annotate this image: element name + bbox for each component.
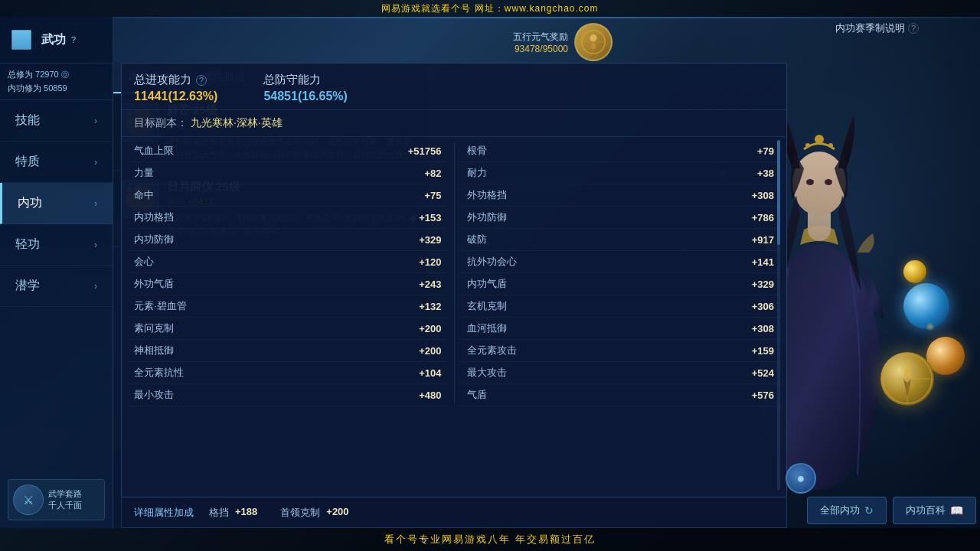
encyclopedia-label: 内功百科	[906, 504, 946, 517]
stat-neigong-qidun: 内功气盾 +329	[461, 273, 781, 295]
attack-question[interactable]: ?	[196, 75, 207, 86]
detail-extra: 格挡 +188 首领克制 +200	[209, 506, 349, 520]
orb-compass	[880, 352, 934, 406]
attack-title: 总进攻能力 ?	[134, 73, 217, 87]
bottom-watermark: 看个号专业网易游戏八年 年交易额过百亿	[0, 528, 980, 551]
char-stats: 总修为 72970 ⓪ 内功修为 50859	[0, 64, 113, 100]
detail-link[interactable]: 详细属性加成	[134, 506, 194, 520]
attack-block: 总进攻能力 ? 11441(12.63%)	[134, 73, 217, 103]
stat-qidun: 气盾 +576	[461, 384, 781, 406]
stat-shenxiang: 神相抵御 +200	[128, 340, 448, 362]
encyclopedia-button[interactable]: 内功百科 📖	[893, 497, 976, 524]
stat-liliang: 力量 +82	[128, 162, 448, 184]
all-inner-button[interactable]: 全部内功 ↻	[807, 497, 887, 524]
defense-value: 54851(16.65%)	[263, 90, 347, 103]
sidebar-item-neigong[interactable]: 内功 ›	[0, 183, 113, 224]
nav-label: 潜学	[15, 278, 40, 294]
detail-stat-value: +200	[326, 506, 348, 520]
target-value: 九光寒林·深林·英雄	[191, 116, 283, 129]
attack-value: 11441(12.63%)	[134, 90, 217, 103]
stat-quanyuansu: 全元素抗性 +104	[128, 362, 448, 384]
inner-power: 内功修为 50859	[8, 82, 105, 96]
svg-point-5	[815, 135, 824, 144]
logo-question[interactable]: ？	[69, 34, 78, 47]
nav-arrow: ›	[94, 198, 97, 209]
nav-arrow: ›	[94, 157, 97, 168]
stats-table: 气血上限 +51756 力量 +82 命中 +75 内功格挡 +153 内功防御	[122, 137, 786, 409]
left-sidebar: 武功 ？ 总修为 72970 ⓪ 内功修为 50859 技能 › 特质 › 内功…	[0, 17, 113, 528]
stat-neigong-gedang: 内功格挡 +153	[128, 207, 448, 229]
sidebar-item-qianxue[interactable]: 潜学 ›	[0, 266, 113, 307]
stat-pofang: 破防 +917	[461, 229, 781, 251]
stat-qixue: 气血上限 +51756	[128, 140, 448, 162]
logo-area: 武功 ？	[0, 17, 113, 64]
attr-panel: 总进攻能力 ? 11441(12.63%) 总防守能力 54851(16.65%…	[121, 63, 787, 497]
five-elements-text: 五行元气奖励 93478/95000	[513, 31, 568, 54]
attr-scrollbar[interactable]	[777, 140, 780, 491]
detail-stat-label: 格挡	[209, 506, 229, 520]
particle-3	[926, 323, 934, 331]
stat-waigong-fangyu: 外功防御 +786	[461, 207, 781, 229]
nav-label: 特质	[15, 154, 40, 170]
orb-blue	[903, 283, 949, 329]
defense-block: 总防守能力 54851(16.65%)	[263, 73, 347, 103]
stat-xuehe: 血河抵御 +308	[461, 318, 781, 340]
attr-header: 总进攻能力 ? 11441(12.63%) 总防守能力 54851(16.65%…	[122, 64, 786, 110]
detail-bar: 详细属性加成 格挡 +188 首领克制 +200	[121, 497, 787, 528]
attr-scroll-thumb	[777, 140, 780, 245]
logo-icon	[2, 21, 41, 60]
stat-xuanji: 玄机克制 +306	[461, 295, 781, 318]
five-elements-area: 五行元气奖励 93478/95000	[513, 23, 651, 61]
top-watermark: 网易游戏就选看个号 网址：www.kangchao.com	[0, 0, 980, 17]
stat-kang-waigong-huixin: 抗外功会心 +141	[461, 251, 781, 273]
suit-area[interactable]: ⚔ 武学套路 千人千面	[8, 479, 105, 520]
stat-max-attack: 最大攻击 +524	[461, 362, 781, 384]
stat-min-attack: 最小攻击 +480	[128, 384, 448, 406]
attr-title-row: 总进攻能力 ? 11441(12.63%) 总防守能力 54851(16.65%…	[134, 73, 774, 103]
stats-col-right: 根骨 +79 耐力 +38 外功格挡 +308 外功防御 +786 破防 +	[455, 140, 787, 406]
logo-text: 武功	[41, 32, 66, 48]
season-question-icon[interactable]: ?	[908, 23, 919, 34]
sidebar-item-qinggong[interactable]: 轻功 ›	[0, 224, 113, 266]
svg-point-3	[806, 179, 814, 185]
scroll-circle-btn[interactable]: ●	[786, 463, 816, 494]
defense-title: 总防守能力	[263, 73, 347, 87]
nav-arrow: ›	[94, 281, 97, 292]
nav-label: 轻功	[15, 236, 40, 253]
sidebar-item-jinou[interactable]: 技能 ›	[0, 100, 113, 142]
svg-point-2	[792, 152, 846, 216]
orb-small	[903, 260, 926, 283]
stat-neigong-fangyu: 内功防御 +329	[128, 229, 448, 251]
suit-icon: ⚔	[13, 484, 44, 515]
target-row: 目标副本： 九光寒林·深林·英雄	[122, 110, 786, 137]
nav-arrow: ›	[94, 240, 97, 250]
detail-stat-shouling: 首领克制 +200	[280, 506, 348, 520]
stat-waigong-gedang: 外功格挡 +308	[461, 184, 781, 207]
stats-col-left: 气血上限 +51756 力量 +82 命中 +75 内功格挡 +153 内功防御	[122, 140, 454, 406]
book-icon: 📖	[950, 504, 963, 517]
detail-stat-value: +188	[235, 506, 257, 520]
inner-season-label: 内功赛季制说明	[835, 21, 905, 35]
stat-huixin: 会心 +120	[128, 251, 448, 273]
inner-season-area: 内功赛季制说明 ?	[835, 21, 919, 35]
detail-stat-gedang: 格挡 +188	[209, 506, 257, 520]
nav-label: 内功	[18, 195, 42, 211]
refresh-icon: ↻	[864, 504, 874, 517]
nav-arrow: ›	[94, 116, 97, 126]
sidebar-item-tezhi[interactable]: 特质 ›	[0, 142, 113, 183]
stat-naili: 耐力 +38	[461, 162, 781, 184]
svg-point-7	[828, 143, 833, 148]
suit-text: 武学套路 千人千面	[48, 488, 82, 512]
stat-suwen: 素问克制 +200	[128, 318, 448, 340]
stat-mingzhong: 命中 +75	[128, 184, 448, 207]
five-elements-icon	[574, 23, 612, 61]
stat-gengu: 根骨 +79	[461, 140, 781, 162]
all-inner-label: 全部内功	[820, 504, 860, 517]
total-power: 总修为 72970 ⓪	[8, 68, 105, 82]
nav-label: 技能	[15, 112, 40, 129]
detail-stat-label: 首领克制	[280, 506, 320, 520]
stat-quanyuansu-attack: 全元素攻击 +159	[461, 340, 781, 362]
svg-point-6	[805, 143, 810, 148]
inner-buttons: 全部内功 ↻ 内功百科 📖	[807, 497, 976, 524]
target-label: 目标副本：	[134, 116, 188, 129]
